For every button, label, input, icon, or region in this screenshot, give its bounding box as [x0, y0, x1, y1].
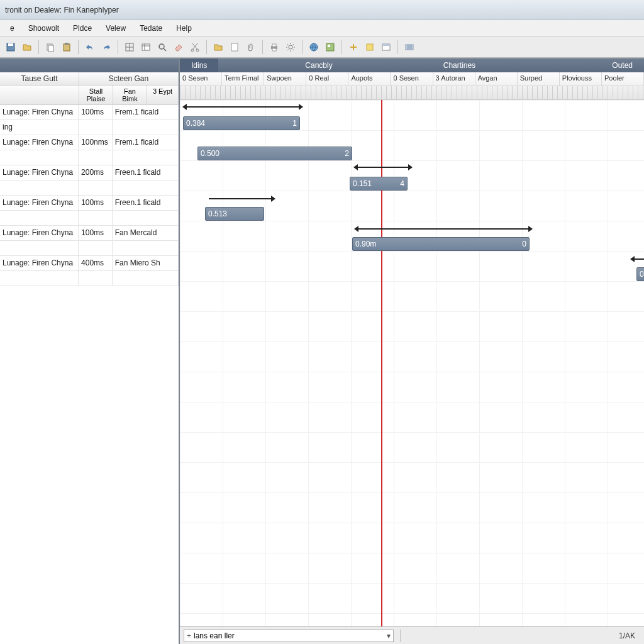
svg-rect-24: [367, 44, 373, 50]
dependency-arrow: [358, 228, 529, 230]
grid-header-eypt[interactable]: 3 Eypt: [147, 86, 179, 104]
task-panel: Tause Gutt Scteen Gan Stall Plaise Fan B…: [0, 58, 180, 644]
gantt-bar[interactable]: 0.3841: [183, 116, 300, 130]
gantt-bar[interactable]: 0.513: [205, 207, 264, 221]
cell-type: Freen.1 ficald: [113, 165, 179, 180]
table-row[interactable]: [0, 241, 179, 256]
content-area: Tause Gutt Scteen Gan Stall Plaise Fan B…: [0, 58, 644, 644]
cell-name: [0, 211, 79, 225]
command-input[interactable]: [194, 631, 387, 640]
table-row[interactable]: Lunage: Firen Chyna100msFreen.1 ficald: [0, 196, 179, 211]
attach-icon[interactable]: [244, 40, 258, 54]
grid-header-stall[interactable]: Stall Plaise: [79, 86, 113, 104]
save-icon[interactable]: [4, 40, 18, 54]
table-row[interactable]: [0, 211, 179, 226]
globe-icon[interactable]: [307, 40, 321, 54]
menu-view[interactable]: Velew: [99, 22, 132, 35]
cell-name: [0, 241, 79, 255]
tab-outed[interactable]: Outed: [601, 58, 644, 72]
note-icon[interactable]: [363, 40, 377, 54]
copy-icon[interactable]: [43, 40, 57, 54]
layers-icon[interactable]: [323, 40, 337, 54]
tab-cancbly[interactable]: Cancbly: [294, 58, 343, 72]
grid-header-blank[interactable]: [0, 86, 79, 104]
paste-icon[interactable]: [60, 40, 74, 54]
table-row[interactable]: [0, 271, 179, 286]
menu-tedate[interactable]: Tedate: [133, 22, 169, 35]
tab-idins[interactable]: Idins: [180, 58, 218, 72]
folder-icon[interactable]: [211, 40, 225, 54]
grid-header-tause[interactable]: Tause Gutt: [0, 72, 79, 85]
gantt-bar[interactable]: 0: [636, 267, 644, 281]
cell-duration: 100ms: [79, 196, 113, 210]
menu-show[interactable]: Shoowolt: [22, 22, 65, 35]
chevron-down-icon[interactable]: ▾: [387, 631, 391, 640]
table-icon[interactable]: [139, 40, 153, 54]
timescale-tick: Term Fimal: [222, 72, 264, 86]
window-icon[interactable]: [379, 40, 393, 54]
table-row[interactable]: Lunage: Firen Chyna400msFan Miero Sh: [0, 256, 179, 271]
gantt-bar[interactable]: 0.1514: [350, 177, 408, 191]
bar-label-left: 0.500: [201, 149, 219, 158]
grid-header-screen[interactable]: Scteen Gan: [79, 72, 179, 85]
cell-duration: 100nms: [79, 135, 113, 150]
table-row[interactable]: Lunage: Firen Chyna100msFrem.1 ficald: [0, 105, 179, 120]
table-row[interactable]: [0, 180, 179, 196]
cell-duration: [79, 180, 113, 195]
misc-icon[interactable]: [402, 40, 416, 54]
dependency-arrow: [634, 258, 644, 260]
cell-name: Lunage: Firen Chyna: [0, 165, 79, 180]
tab-chartines[interactable]: Chartines: [432, 58, 487, 72]
table-row[interactable]: [0, 150, 179, 165]
menu-help[interactable]: Help: [170, 22, 198, 35]
open-icon[interactable]: [20, 40, 34, 54]
cell-type: [113, 150, 179, 165]
table-row[interactable]: Lunage: Firen Chyna200msFreen.1 ficald: [0, 165, 179, 180]
gantt-bar[interactable]: 0.90m0: [352, 237, 530, 251]
table-row[interactable]: ing: [0, 120, 179, 135]
gantt-bar[interactable]: 0.5002: [197, 147, 352, 160]
gantt-chart[interactable]: 0.38410.50020.15140.5130.90m00: [180, 100, 644, 626]
cell-type: Fan Mercald: [113, 226, 179, 240]
bar-label-right: 4: [400, 179, 404, 188]
gear-icon[interactable]: [284, 40, 297, 54]
grid-icon[interactable]: [123, 40, 136, 54]
bottom-spacer: [400, 630, 615, 642]
undo-icon[interactable]: [83, 40, 97, 54]
table-row[interactable]: Lunage: Firen Chyna100nmsFrem.1 ficald: [0, 135, 179, 150]
grid-body: Lunage: Firen Chyna100msFrem.1 ficalding…: [0, 105, 179, 644]
redo-icon[interactable]: [99, 40, 113, 54]
menu-file[interactable]: e: [4, 22, 21, 35]
svg-rect-18: [272, 44, 276, 47]
timescale-tick: Ploviouss: [560, 72, 602, 86]
grid-header-fan[interactable]: Fan Bimk: [113, 86, 147, 104]
cell-duration: [79, 120, 113, 135]
command-input-box[interactable]: + ▾: [184, 630, 394, 642]
erase-icon[interactable]: [172, 40, 186, 54]
cell-type: [113, 180, 179, 195]
grid-header-2: Stall Plaise Fan Bimk 3 Eypt: [0, 86, 179, 105]
bar-label-left: 0.151: [353, 179, 372, 188]
dependency-arrow: [186, 106, 299, 108]
cell-duration: 200ms: [79, 165, 113, 180]
table-row[interactable]: Lunage: Firen Chyna100msFan Mercald: [0, 226, 179, 241]
timescale-tick: 0 Real: [306, 72, 348, 86]
title-bar[interactable]: tronit on Dealew: Fin Kanephlyper: [0, 0, 644, 20]
cell-duration: [79, 271, 113, 286]
task-panel-header: [0, 58, 179, 72]
new-icon[interactable]: [228, 40, 242, 54]
add-icon[interactable]: [347, 40, 360, 54]
zoom-icon[interactable]: [155, 40, 169, 54]
svg-point-12: [159, 44, 164, 49]
menu-place[interactable]: Pldce: [67, 22, 98, 35]
cell-type: [113, 211, 179, 225]
window-title: tronit on Dealew: Fin Kanephlyper: [5, 6, 119, 14]
timescale-tick: Aupots: [348, 72, 391, 86]
gantt-panel: Idins Cancbly Chartines Outed 0 SesenTer…: [180, 58, 644, 644]
timescale[interactable]: 0 SesenTerm FimalSwpoen0 RealAupots0 Ses…: [180, 72, 644, 100]
cell-duration: 100ms: [79, 105, 113, 119]
bar-label-left: 0.513: [208, 209, 227, 218]
print-icon[interactable]: [267, 40, 281, 54]
cut-icon[interactable]: [188, 40, 202, 54]
cell-name: Lunage: Firen Chyna: [0, 196, 79, 210]
